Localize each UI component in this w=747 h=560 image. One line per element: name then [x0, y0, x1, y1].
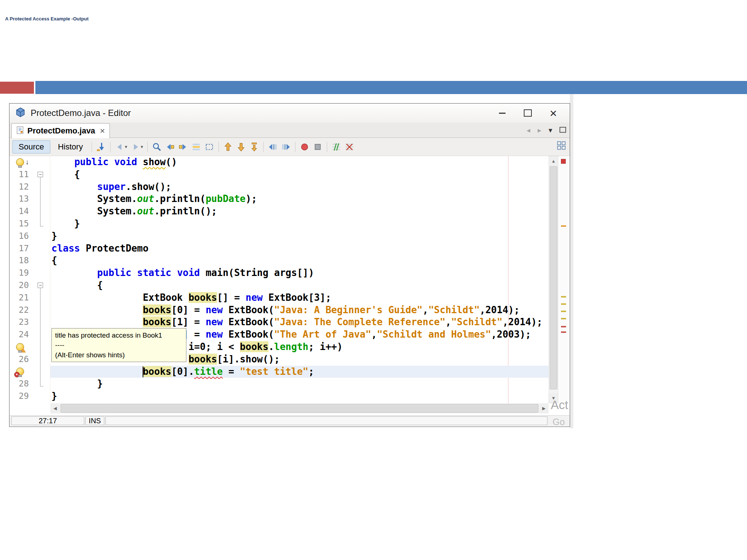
error-stripe-mark[interactable] — [561, 311, 566, 312]
error-stripe-mark[interactable] — [561, 331, 566, 333]
code-line[interactable]: super.show(); — [50, 181, 549, 193]
gutter-row[interactable]: 11− — [11, 168, 50, 181]
code-line[interactable]: } — [50, 378, 549, 390]
code-line[interactable]: ExtBook books[] = new ExtBook[3]; — [50, 292, 549, 304]
code-line[interactable]: { — [50, 279, 549, 292]
code-line[interactable]: System.out.println(); — [50, 205, 549, 218]
code-line[interactable]: books[1] = new ExtBook("Java: The Comple… — [50, 316, 549, 328]
code-line[interactable]: } — [50, 218, 549, 230]
gutter-row[interactable]: 12 — [11, 181, 50, 193]
jump-last-edit-icon[interactable] — [94, 140, 108, 154]
scroll-right-icon[interactable]: ▶ — [539, 403, 549, 413]
back-icon[interactable]: ▾ — [113, 140, 129, 154]
error-stripe-mark[interactable] — [561, 326, 566, 327]
rectangular-selection-icon[interactable] — [203, 140, 216, 154]
tab-protectdemo[interactable]: ProtectDemo.java × — [11, 123, 110, 138]
maximize-tab-icon[interactable] — [560, 126, 566, 135]
fold-start-marker[interactable]: − — [38, 168, 46, 181]
move-up-icon[interactable] — [221, 140, 235, 154]
stop-macro-recording-icon[interactable] — [311, 140, 324, 154]
gutter-row[interactable]: 26 — [11, 353, 50, 366]
dropdown-chevron-icon[interactable]: ▾ — [141, 144, 143, 149]
close-button[interactable]: × — [541, 105, 566, 121]
gutter-row[interactable]: 23 — [11, 316, 50, 328]
horizontal-scrollbar[interactable]: ◀ ▶ — [50, 403, 549, 413]
maximize-tab-square — [560, 127, 566, 133]
error-badge-icon[interactable] — [561, 159, 566, 164]
gutter-row[interactable]: 19 — [11, 267, 50, 279]
gutter-row[interactable]: 17 — [11, 242, 50, 255]
history-view-button[interactable]: History — [52, 140, 89, 153]
gutter-row[interactable]: 14 — [11, 205, 50, 218]
gutter-row[interactable]: 18 — [11, 254, 50, 267]
vertical-scrollbar-thumb[interactable] — [550, 166, 557, 389]
code-line[interactable]: } — [50, 230, 549, 242]
toolbar-separator — [218, 142, 219, 152]
scroll-left-icon[interactable]: ◀ — [50, 403, 60, 413]
gutter-row[interactable] — [11, 341, 50, 353]
status-message-area — [105, 416, 547, 425]
move-down-icon[interactable] — [235, 140, 248, 154]
warning-bulb-icon[interactable] — [16, 343, 24, 351]
gutter-row[interactable]: 21 — [11, 292, 50, 304]
code-line[interactable]: { — [50, 254, 549, 267]
code-line[interactable]: public static void main(String args[]) — [50, 267, 549, 279]
gutter-row[interactable]: 29 — [11, 390, 50, 402]
tab-list-dropdown-icon[interactable]: ▾ — [549, 126, 552, 135]
forward-icon[interactable]: ▾ — [129, 140, 145, 154]
shift-line-right-icon[interactable] — [279, 140, 293, 154]
scroll-tabs-right-icon[interactable]: ▸ — [538, 126, 541, 135]
next-occurrence-icon[interactable] — [177, 140, 190, 154]
suggestion-bulb-icon[interactable] — [16, 158, 24, 166]
activate-watermark-line1: Act — [551, 398, 568, 412]
tooltip-line: ---- — [55, 340, 183, 350]
scroll-up-icon[interactable]: ▲ — [549, 156, 558, 166]
code-line[interactable]: System.out.println(pubDate); — [50, 193, 549, 205]
dropdown-chevron-icon[interactable]: ▾ — [125, 144, 127, 149]
gutter-row[interactable]: ↓ — [11, 156, 50, 168]
editor-area[interactable]: ↓11−121314151617181920−21222324262829 pu… — [11, 156, 549, 403]
source-view-button[interactable]: Source — [12, 140, 50, 153]
vertical-scrollbar[interactable]: ▲ ▼ — [549, 156, 558, 403]
gutter-row[interactable]: 24 — [11, 328, 50, 341]
hint-arrow-icon: ↓ — [26, 158, 29, 166]
gutter-row[interactable]: 16 — [11, 230, 50, 242]
fold-start-marker[interactable]: − — [38, 279, 46, 292]
code-line[interactable]: public void show() — [50, 156, 549, 168]
gutter-row[interactable] — [11, 366, 50, 378]
fold-collapse-icon[interactable]: − — [38, 172, 43, 177]
gutter-row[interactable]: 15 — [11, 218, 50, 230]
window-titlebar[interactable]: ProtectDemo.java - Editor × — [9, 104, 570, 122]
gutter-row[interactable]: 13 — [11, 193, 50, 205]
split-editor-icon[interactable] — [557, 141, 566, 152]
code-line[interactable]: books[0] = new ExtBook("Java: A Beginner… — [50, 304, 549, 316]
error-bulb-icon[interactable] — [16, 368, 24, 376]
shift-line-left-icon[interactable] — [266, 140, 279, 154]
start-macro-recording-icon[interactable] — [298, 140, 311, 154]
horizontal-scrollbar-thumb[interactable] — [61, 404, 538, 413]
error-stripe-mark[interactable] — [561, 303, 566, 305]
code-line[interactable]: { — [50, 168, 549, 181]
maximize-button[interactable] — [515, 105, 541, 121]
gutter-row[interactable]: 20− — [11, 279, 50, 292]
uncomment-icon[interactable] — [343, 140, 356, 154]
scroll-tabs-left-icon[interactable]: ◂ — [527, 126, 530, 135]
gutter-row[interactable]: 28 — [11, 378, 50, 390]
comment-icon[interactable] — [330, 140, 343, 154]
code-region[interactable]: public void show() { super.show(); Syste… — [50, 156, 549, 403]
fold-collapse-icon[interactable]: − — [38, 283, 43, 288]
toggle-highlight-search-icon[interactable] — [190, 140, 203, 154]
error-stripe-mark[interactable] — [561, 225, 566, 227]
duplicate-line-icon[interactable] — [248, 140, 261, 154]
tab-close-icon[interactable]: × — [100, 126, 105, 136]
error-stripe-mark[interactable] — [561, 318, 566, 319]
error-stripe-mark[interactable] — [561, 296, 566, 298]
code-line[interactable]: class ProtectDemo — [50, 242, 549, 255]
minimize-button[interactable] — [489, 105, 515, 121]
gutter-row[interactable]: 22 — [11, 304, 50, 316]
code-line[interactable]: books[0].title = "test title"; — [50, 366, 549, 378]
find-selection-icon[interactable] — [150, 140, 163, 154]
code-line[interactable]: } — [50, 390, 549, 402]
error-stripe[interactable] — [559, 156, 568, 403]
previous-occurrence-icon[interactable] — [163, 140, 177, 154]
